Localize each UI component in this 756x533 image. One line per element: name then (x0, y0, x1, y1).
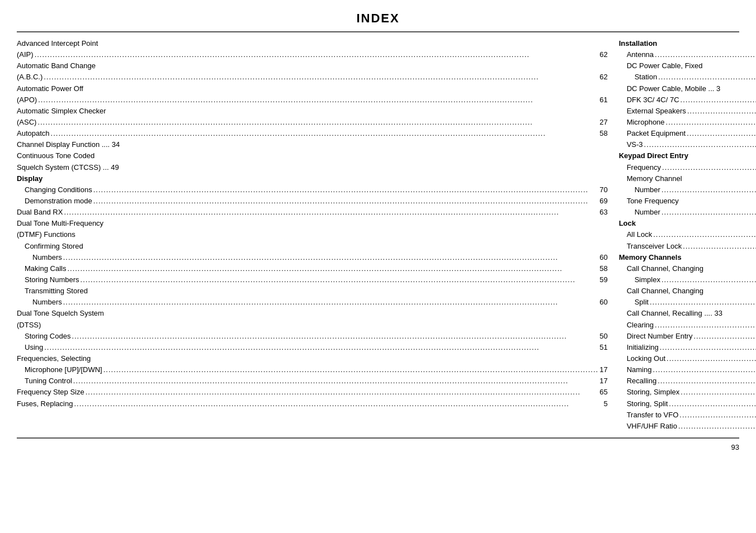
list-item: Tone Frequency (619, 196, 756, 207)
term-label: Keypad Direct Entry (619, 151, 688, 160)
entry-text: (ASC) (17, 117, 36, 128)
term-label: Automatic Simplex Checker (17, 107, 106, 115)
list-item: Naming..................................… (619, 364, 756, 375)
entry-page: 70 (599, 184, 607, 196)
entry-page: 59 (599, 274, 607, 285)
index-column-col2: InstallationAntenna.....................… (613, 38, 756, 432)
list-item: DC Power Cable, Fixed (619, 60, 756, 72)
entry-dots: ........................................… (658, 72, 756, 83)
term-label: Tone Frequency (627, 197, 679, 205)
list-item: (APO)...................................… (17, 94, 608, 106)
list-item: Tuning Control..........................… (17, 375, 608, 387)
entry-dots: ........................................… (655, 320, 756, 331)
entry-text: Split (635, 297, 649, 308)
list-item: (ASC)...................................… (17, 117, 608, 128)
list-item: External Speakers.......................… (619, 106, 756, 117)
list-item: Autopatch...............................… (17, 128, 608, 139)
entry-text: VHF/UHF Ratio (627, 421, 677, 432)
list-item: Simplex.................................… (619, 274, 756, 285)
entry-text: Numbers (32, 297, 62, 308)
term-label: Call Channel, Changing (627, 264, 703, 273)
list-item: Direct Number Entry.....................… (619, 331, 756, 342)
entry-text: Using (25, 342, 43, 353)
list-item: Transmitting Stored (17, 285, 608, 297)
list-item: Dual Band RX............................… (17, 207, 608, 218)
entry-page: 5 (603, 398, 607, 410)
entry-text: Confirming Stored (25, 241, 83, 252)
list-item: VHF/UHF Ratio...........................… (619, 421, 756, 432)
list-item: Demonstration mode......................… (17, 196, 608, 207)
term-label: (DTMF) Functions (17, 230, 75, 239)
entry-page: 17 (599, 364, 607, 375)
entry-dots: ........................................… (681, 387, 756, 398)
entry-dots: ........................................… (658, 375, 756, 387)
list-item: Transfer to VFO.........................… (619, 410, 756, 421)
entry-text: Number (635, 207, 660, 218)
term-label: Display (17, 174, 42, 183)
list-item: Microphone..............................… (619, 117, 756, 128)
list-item: Automatic Band Change (17, 60, 608, 72)
term-label: Call Channel, Changing (627, 287, 703, 295)
list-item: Frequency Step Size.....................… (17, 387, 608, 398)
list-item: Installation (619, 38, 756, 49)
entry-dots: ........................................… (63, 252, 598, 263)
term-label: Frequencies, Selecting (17, 354, 91, 363)
entry-dots: ........................................… (687, 106, 756, 117)
entry-text: Frequency Step Size (17, 387, 84, 398)
term-label: Dual Tone Squelch System (17, 309, 104, 317)
term-label: Automatic Band Change (17, 61, 96, 70)
entry-dots: ........................................… (687, 128, 756, 139)
entry-text: Clearing (627, 320, 654, 331)
entry-dots: ........................................… (679, 410, 756, 421)
entry-dots: ........................................… (644, 139, 756, 150)
list-item: Automatic Simplex Checker (17, 106, 608, 117)
entry-dots: ........................................… (662, 162, 756, 173)
list-item: Automatic Power Off (17, 83, 608, 94)
entry-page: 17 (599, 375, 607, 387)
entry-text: Transmitting Stored (25, 285, 88, 297)
entry-dots: ........................................… (67, 263, 598, 274)
list-item: (DTSS) (17, 320, 608, 331)
term-label: Dual Tone Multi-Frequency (17, 219, 103, 227)
list-item: Frequencies, Selecting (17, 353, 608, 364)
list-item: Lock (619, 218, 756, 229)
list-item: Number..................................… (619, 207, 756, 218)
entry-text: Direct Number Entry (627, 331, 693, 342)
entry-text: Transfer to VFO (627, 410, 679, 421)
entry-text: Changing Conditions (25, 184, 92, 196)
entry-page: 51 (599, 342, 607, 353)
entry-dots: ........................................… (64, 207, 598, 218)
list-item: Frequency...............................… (619, 162, 756, 173)
entry-page: 61 (599, 94, 607, 106)
list-item: Storing Codes...........................… (17, 331, 608, 342)
entry-text: (AIP) (17, 49, 34, 60)
entry-text: Simplex (635, 274, 660, 285)
list-item: Call Channel, Changing (619, 263, 756, 274)
entry-dots: ........................................… (86, 387, 598, 398)
term-label: (DTSS) (17, 321, 41, 329)
entry-dots: ........................................… (650, 297, 756, 308)
list-item: Microphone [UP]/[DWN]...................… (17, 364, 608, 375)
list-item: Dual Tone Multi-Frequency (17, 218, 608, 229)
entry-dots: ........................................… (660, 342, 756, 353)
entry-page: 62 (599, 72, 607, 83)
list-item: Advanced Intercept Point (17, 38, 608, 49)
entry-text: Dual Band RX (17, 207, 63, 218)
entry-text: VS-3 (627, 139, 643, 150)
list-item: Number..................................… (619, 184, 756, 196)
entry-text: Storing Numbers (25, 274, 79, 285)
list-item: Using...................................… (17, 342, 608, 353)
entry-text: Storing Codes (25, 331, 70, 342)
entry-text: Autopatch (17, 128, 50, 139)
term-label: Automatic Power Off (17, 84, 83, 93)
entry-page: 65 (599, 387, 607, 398)
list-item: Making Calls............................… (17, 263, 608, 274)
entry-text: All Lock (627, 229, 653, 240)
entry-text: Storing, Split (627, 398, 668, 410)
entry-page: 50 (599, 331, 607, 342)
list-item: Clearing................................… (619, 320, 756, 331)
bottom-divider (17, 437, 739, 439)
list-item: Call Channel, Changing (619, 285, 756, 297)
list-item: Fuses, Replacing........................… (17, 398, 608, 410)
list-item: Confirming Stored (17, 241, 608, 252)
